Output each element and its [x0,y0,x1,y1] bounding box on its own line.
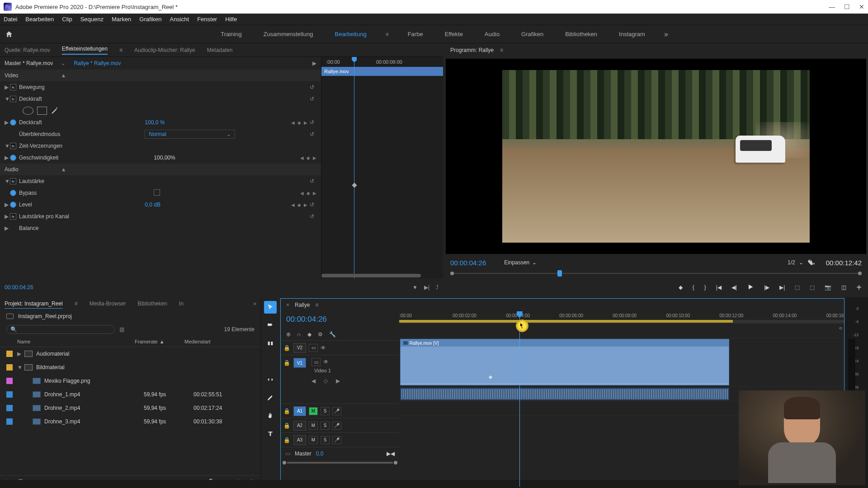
eye-icon[interactable]: 👁 [323,359,329,365]
maximize-button[interactable]: ☐ [844,3,850,10]
selection-tool-icon[interactable] [264,301,277,314]
program-time[interactable]: 00:00:04:26 [450,259,486,267]
lock-v1-icon[interactable]: 🔒 [283,360,291,366]
chevron-down-icon[interactable]: ⌄ [799,259,803,266]
close-button[interactable]: ✕ [859,3,864,10]
export-frame-icon[interactable]: ⤴ [436,284,439,291]
list-item[interactable]: ▶ Audiomaterial [0,347,261,361]
go-out-icon[interactable]: ▶| [779,284,785,291]
list-item[interactable]: Mexiko Flagge.png [0,374,261,388]
tab-effekteinstellungen[interactable]: Effekteinstellungen [62,46,108,55]
solo-a2[interactable]: S [321,422,330,430]
menu-datei[interactable]: Datei [4,16,17,23]
wrench-icon[interactable] [807,258,815,267]
razor-tool-icon[interactable] [264,355,277,368]
next-kf-icon[interactable]: ▶ [313,155,316,160]
expand-laut[interactable]: ▼ [5,178,10,184]
master-lock-icon[interactable]: ▭ [285,450,290,457]
tab-projekt[interactable]: Projekt: Instagram_Reel [5,300,63,307]
track-select-tool-icon[interactable] [264,319,277,332]
step-back-icon[interactable]: ◀| [731,284,737,291]
add-kf-icon[interactable]: ◇ [324,378,328,384]
ws-tab-instagram[interactable]: Instagram [616,29,648,39]
lock-a2-icon[interactable]: 🔒 [283,422,291,429]
minimize-button[interactable]: — [829,3,835,10]
add-kf-icon[interactable]: ◆ [307,191,310,196]
track-v1[interactable]: V1 [293,358,306,368]
video-collapse-icon[interactable]: ▲ [59,72,68,79]
expand-bewegung[interactable]: ▶ [5,84,10,90]
effect-mini-timeline[interactable]: :00:00 00:00:08:00 Rallye.mov [321,57,443,278]
col-framerate[interactable]: Framerate ▲ [135,339,184,344]
lock-a3-icon[interactable]: 🔒 [283,437,291,443]
ws-more-icon[interactable]: » [664,30,668,38]
voice-a2-icon[interactable]: 🎤 [332,422,341,430]
pen-mask-icon[interactable] [51,107,61,115]
master-clip-label[interactable]: Master * Rallye.mov [5,60,53,66]
next-kf-icon[interactable]: ▶ [336,378,340,384]
reset-laut-kanal-icon[interactable]: ↺ [307,213,316,220]
ripple-edit-tool-icon[interactable] [264,337,277,350]
mute-a2[interactable]: M [309,422,318,430]
extract-icon[interactable]: ⬚ [810,284,815,291]
fx-badge-icon[interactable]: fx [10,213,16,220]
mini-scroll-thumb[interactable] [321,274,421,277]
audio-clip[interactable] [400,388,729,400]
expand-balance[interactable]: ▶ [5,225,10,231]
linked-sel-icon[interactable]: ∩ [297,331,301,338]
ws-tab-bibliotheken[interactable]: Bibliotheken [562,29,600,39]
mini-clip-bar[interactable]: Rallye.mov [321,67,443,76]
stopwatch-opacity-icon[interactable] [10,119,16,126]
clip-keyframe-icon[interactable] [489,375,492,379]
pen-tool-icon[interactable] [264,391,277,404]
scroll-handle[interactable]: ○ [839,325,842,331]
list-item[interactable]: Drohne_2.mp4 59,94 fps 00:02:17:24 [0,401,261,415]
in-point-icon[interactable]: { [693,284,694,291]
panel-menu-icon[interactable]: ≡ [119,47,123,53]
lock-v2-icon[interactable]: 🔒 [283,345,291,351]
video-clip[interactable]: Rallye.mov [V] [400,339,729,385]
ws-tab-menu-icon[interactable]: ≡ [386,31,389,38]
master-end-icon[interactable]: ▶◀ [387,450,395,457]
master-value[interactable]: 0,0 [316,450,324,457]
stopwatch-bypass-icon[interactable] [10,190,16,196]
wrench-icon[interactable]: 🔧 [329,331,336,338]
ws-tab-effekte[interactable]: Effekte [442,29,466,39]
type-tool-icon[interactable] [264,427,277,440]
menu-sequenz[interactable]: Sequenz [80,16,104,23]
menu-marken[interactable]: Marken [112,16,131,23]
search-input[interactable]: 🔍 [6,325,115,334]
play-segment-icon[interactable]: ▶ [312,60,316,66]
reset-blend-icon[interactable]: ↺ [307,131,316,137]
zoom-out-handle[interactable] [283,461,286,465]
tab-media-browser[interactable]: Media-Browser [90,300,126,307]
list-item[interactable]: Drohne_1.mp4 59,94 fps 00:02:55:51 [0,388,261,401]
prev-kf-icon[interactable]: ◀ [291,202,295,207]
add-kf-icon[interactable]: ◆ [297,120,301,125]
bypass-checkbox[interactable] [154,189,160,196]
stopwatch-speed-icon[interactable] [10,155,16,161]
track-a2[interactable]: A2 [293,421,306,431]
ws-tab-training[interactable]: Training [218,29,244,39]
fx-badge-icon[interactable]: fx [10,178,16,184]
expand-zeit[interactable]: ▼ [5,143,10,149]
current-clip-label[interactable]: Rallye * Rallye.mov [74,60,121,66]
expand-icon[interactable]: ▼ [17,364,24,371]
val-deckkraft[interactable]: 100,0 % [145,119,267,126]
tab-in[interactable]: In [179,300,184,307]
val-geschw[interactable]: 100,00% [154,155,276,161]
proj-more-icon[interactable]: » [253,300,256,307]
play-only-icon[interactable]: ▶| [424,284,429,291]
list-item[interactable]: Drohne_3.mp4 59,94 fps 00:01:30:38 [0,415,261,428]
expand-level[interactable]: ▶ [5,202,10,208]
scale-select[interactable]: 1/2 [788,259,795,266]
settings-icon[interactable]: ⚙ [318,331,323,338]
ws-tab-audio[interactable]: Audio [482,29,502,39]
go-in-icon[interactable]: |◀ [716,284,722,291]
expand-geschw[interactable]: ▶ [5,155,10,161]
ws-tab-zusammenstellung[interactable]: Zusammenstellung [261,29,316,39]
fx-badge-icon[interactable]: fx [10,84,16,90]
next-kf-icon[interactable]: ▶ [304,202,307,207]
stopwatch-level-icon[interactable] [10,202,16,208]
menu-hilfe[interactable]: Hilfe [225,16,237,23]
